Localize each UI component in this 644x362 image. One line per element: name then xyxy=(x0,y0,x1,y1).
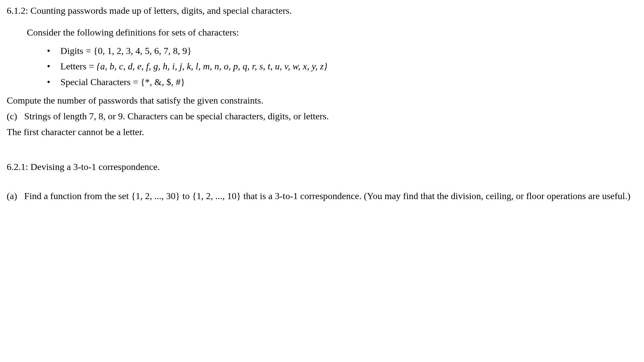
part-c-line1: (c) Strings of length 7, 8, or 9. Charac… xyxy=(7,109,637,124)
problem-6-2-1: 6.2.1: Devising a 3-to-1 correspondence.… xyxy=(7,160,637,204)
problem-6-1-2: 6.1.2: Counting passwords made up of let… xyxy=(7,3,637,139)
intro-text: Consider the following definitions for s… xyxy=(27,25,637,40)
part-a-text: (a) Find a function from the set {1, 2, … xyxy=(7,188,637,204)
digits-label: Digits = xyxy=(60,46,93,56)
list-item: Digits = {0, 1, 2, 3, 4, 5, 6, 7, 8, 9} xyxy=(47,44,637,59)
list-item: Special Characters = {*, &, $, #} xyxy=(47,75,637,90)
digits-set: {0, 1, 2, 3, 4, 5, 6, 7, 8, 9} xyxy=(93,46,192,56)
problem-title: 6.1.2: Counting passwords made up of let… xyxy=(7,3,637,18)
letters-label: Letters = xyxy=(60,61,97,71)
letters-set: {a, b, c, d, e, f, g, h, i, j, k, l, m, … xyxy=(97,61,328,71)
list-item: Letters = {a, b, c, d, e, f, g, h, i, j,… xyxy=(47,59,637,74)
special-set: {*, &, $, #} xyxy=(141,77,185,87)
compute-instruction: Compute the number of passwords that sat… xyxy=(7,93,637,108)
special-label: Special Characters = xyxy=(60,77,141,87)
definitions-list: Digits = {0, 1, 2, 3, 4, 5, 6, 7, 8, 9} … xyxy=(7,44,637,90)
part-c-line2: The first character cannot be a letter. xyxy=(7,125,637,140)
problem-title: 6.2.1: Devising a 3-to-1 correspondence. xyxy=(7,160,637,175)
